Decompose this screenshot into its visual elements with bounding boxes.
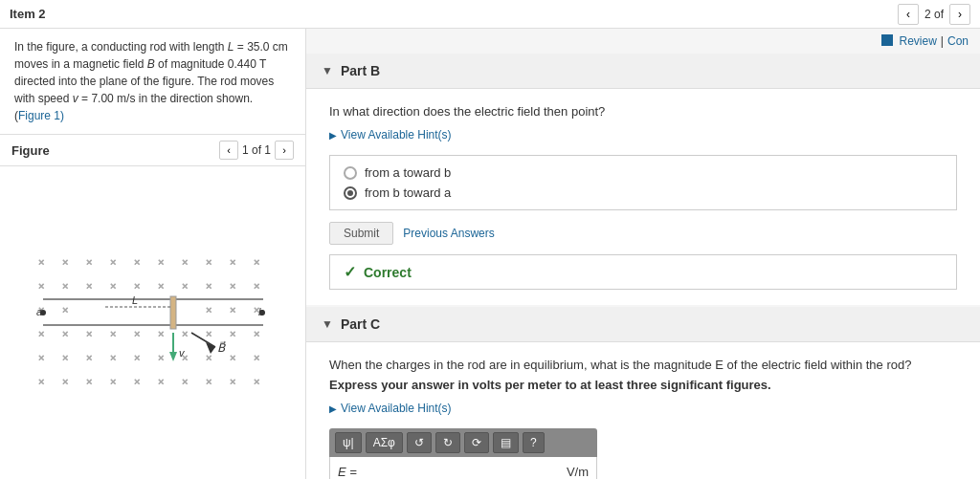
svg-text:×: × — [86, 280, 92, 292]
radio-b[interactable] — [344, 186, 357, 200]
top-bar-right: ‹ 2 of › — [898, 4, 970, 25]
item-label: Item 2 — [10, 7, 46, 21]
figure-canvas: ××× ××× ×××× ××× ××× ×××× ×× ××× ××× — [0, 166, 305, 479]
svg-text:×: × — [158, 280, 164, 292]
figure-link[interactable]: Figure 1) — [18, 109, 64, 122]
svg-text:×: × — [230, 352, 235, 363]
figure-diagram: ××× ××× ×××× ××× ××× ×××× ×× ××× ××× — [29, 247, 278, 400]
undo-icon: ↺ — [414, 436, 424, 449]
con-link[interactable]: Con — [947, 34, 969, 48]
figure-page: 1 of 1 — [242, 143, 271, 157]
toolbar-help-button[interactable]: ? — [523, 432, 545, 453]
part-b-actions: Submit Previous Answers — [329, 222, 957, 245]
svg-text:×: × — [254, 256, 259, 268]
svg-point-63 — [259, 310, 265, 316]
svg-text:L: L — [132, 294, 138, 306]
unit-label: V/m — [567, 465, 589, 479]
refresh-icon: ⟳ — [472, 436, 481, 449]
svg-text:×: × — [134, 328, 140, 339]
help-icon: ? — [530, 436, 537, 449]
svg-marker-65 — [169, 352, 177, 361]
svg-text:×: × — [134, 256, 140, 268]
part-b-submit-button[interactable]: Submit — [329, 222, 393, 245]
svg-text:×: × — [110, 256, 116, 268]
option-b[interactable]: from b toward a — [344, 185, 943, 200]
part-b-label: Part B — [341, 63, 380, 78]
option-b-label: from b toward a — [365, 185, 451, 200]
svg-text:×: × — [38, 256, 44, 268]
svg-text:×: × — [134, 376, 140, 387]
correct-label: Correct — [364, 265, 412, 280]
part-c-hint-link[interactable]: View Available Hint(s) — [329, 402, 957, 415]
svg-text:×: × — [182, 328, 188, 339]
figure-title: Figure — [11, 143, 50, 158]
part-b-header[interactable]: ▼ Part B — [306, 54, 980, 89]
svg-text:×: × — [110, 376, 116, 387]
svg-text:×: × — [134, 352, 140, 363]
svg-text:×: × — [62, 376, 68, 387]
prev-answers-link[interactable]: Previous Answers — [403, 227, 494, 240]
svg-text:×: × — [230, 376, 235, 387]
svg-text:×: × — [62, 328, 68, 339]
math-input-row: E = V/m — [329, 457, 597, 479]
svg-text:×: × — [206, 304, 212, 316]
prev-nav-button[interactable]: ‹ — [898, 4, 919, 25]
review-link[interactable]: Review — [900, 34, 937, 48]
part-b-content: In what direction does the electric fiel… — [306, 89, 980, 305]
svg-text:×: × — [206, 352, 212, 363]
svg-text:×: × — [62, 304, 68, 316]
svg-text:×: × — [38, 376, 44, 387]
svg-text:×: × — [134, 280, 140, 292]
svg-text:×: × — [86, 376, 92, 387]
part-c-header[interactable]: ▼ Part C — [306, 307, 980, 342]
figure-prev-button[interactable]: ‹ — [219, 141, 238, 160]
svg-text:B⃗: B⃗ — [217, 339, 226, 354]
svg-text:×: × — [182, 280, 188, 292]
part-c-content: When the charges in the rod are in equil… — [306, 342, 980, 479]
svg-text:×: × — [254, 352, 259, 363]
toolbar-psi-button[interactable]: ψ| — [335, 432, 362, 453]
toolbar-undo-button[interactable]: ↺ — [407, 432, 432, 453]
svg-text:×: × — [206, 376, 212, 387]
radio-a[interactable] — [344, 166, 357, 180]
svg-text:×: × — [38, 280, 44, 292]
figure-next-button[interactable]: › — [275, 141, 294, 160]
figure-section: Figure ‹ 1 of 1 › ××× ××× — [0, 135, 305, 479]
part-c-instruction: Express your answer in volts per meter t… — [329, 378, 957, 392]
svg-text:×: × — [230, 328, 235, 339]
svg-text:×: × — [110, 352, 116, 363]
svg-text:×: × — [158, 376, 164, 387]
svg-text:×: × — [86, 352, 92, 363]
main-layout: In the figure, a conducting rod with len… — [0, 29, 980, 479]
separator: | — [941, 34, 944, 48]
sigma-icon: ΑΣφ — [373, 436, 395, 449]
svg-text:×: × — [182, 376, 188, 387]
part-b-arrow: ▼ — [322, 64, 333, 77]
svg-text:×: × — [230, 304, 235, 316]
problem-text: In the figure, a conducting rod with len… — [0, 29, 305, 135]
svg-text:×: × — [110, 280, 116, 292]
svg-text:×: × — [62, 352, 68, 363]
page-info: 2 of — [924, 8, 944, 21]
option-a[interactable]: from a toward b — [344, 165, 943, 180]
part-b-section: ▼ Part B In what direction does the elec… — [306, 54, 980, 305]
svg-text:×: × — [254, 376, 259, 387]
toolbar-redo-button[interactable]: ↻ — [435, 432, 460, 453]
svg-text:×: × — [230, 280, 235, 292]
option-a-label: from a toward b — [365, 165, 451, 180]
figure-header: Figure ‹ 1 of 1 › — [0, 135, 305, 166]
svg-text:×: × — [110, 328, 116, 339]
next-nav-button[interactable]: › — [949, 4, 970, 25]
toolbar-sigma-button[interactable]: ΑΣφ — [366, 432, 403, 453]
toolbar-refresh-button[interactable]: ⟳ — [464, 432, 489, 453]
svg-text:×: × — [230, 256, 235, 268]
review-bar: Review | Con — [306, 29, 980, 54]
toolbar-grid-button[interactable]: ▤ — [493, 432, 519, 453]
svg-text:×: × — [206, 280, 212, 292]
answer-input[interactable] — [365, 461, 559, 479]
svg-text:×: × — [38, 328, 44, 339]
left-panel: In the figure, a conducting rod with len… — [0, 29, 306, 479]
right-panel: Review | Con ▼ Part B In what direction … — [306, 29, 980, 479]
part-b-hint-link[interactable]: View Available Hint(s) — [329, 128, 957, 142]
svg-text:×: × — [158, 352, 164, 363]
